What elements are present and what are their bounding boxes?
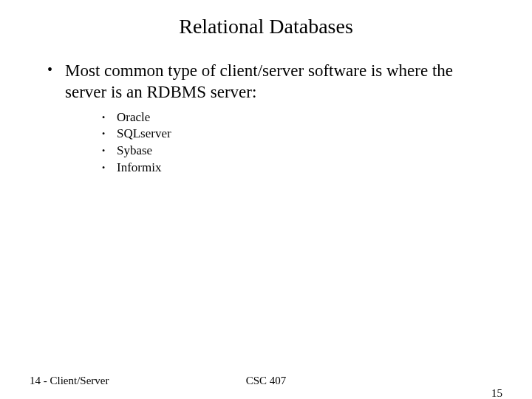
- sub-bullet-item: SQLserver: [102, 126, 488, 143]
- bullet-item: Most common type of client/server softwa…: [44, 61, 488, 177]
- slide-title: Relational Databases: [0, 0, 532, 38]
- footer-right: 15: [491, 387, 502, 399]
- sub-bullet-item: Informix: [102, 160, 488, 177]
- sub-bullet-text: SQLserver: [117, 126, 171, 140]
- footer-left: 14 - Client/Server: [30, 375, 109, 387]
- sub-bullet-text: Sybase: [117, 143, 152, 157]
- slide: Relational Databases Most common type of…: [0, 0, 532, 399]
- bullet-list-level2: Oracle SQLserver Sybase Informix: [102, 109, 488, 177]
- sub-bullet-item: Sybase: [102, 143, 488, 160]
- slide-body: Most common type of client/server softwa…: [0, 38, 532, 177]
- bullet-text: Most common type of client/server softwa…: [65, 61, 453, 101]
- slide-footer: 14 - Client/Server CSC 407 15: [0, 375, 532, 387]
- sub-bullet-text: Informix: [117, 160, 161, 174]
- sub-bullet-item: Oracle: [102, 109, 488, 126]
- sub-bullet-text: Oracle: [117, 110, 150, 124]
- bullet-list-level1: Most common type of client/server softwa…: [44, 61, 488, 177]
